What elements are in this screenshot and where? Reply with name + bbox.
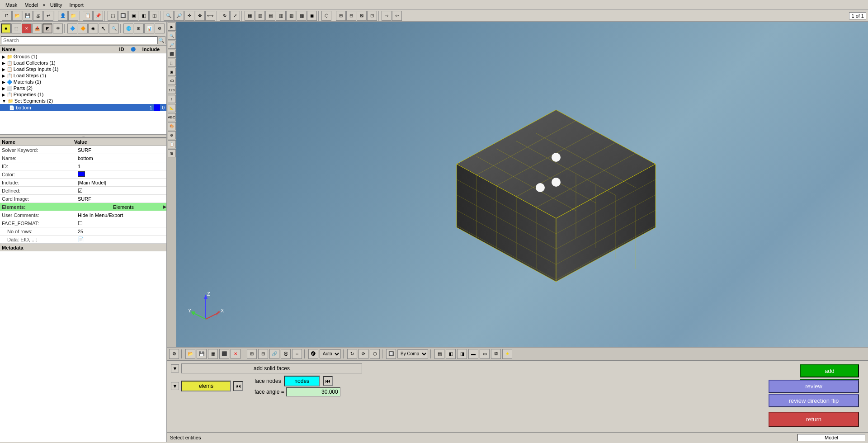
lt-btn13[interactable]: ⚙	[155, 24, 165, 33]
color-swatch[interactable]	[78, 171, 85, 177]
lt-active[interactable]: ■	[1, 24, 11, 33]
tree-item-properties[interactable]: ▶ 📋 Properties (1)	[0, 91, 166, 98]
tree-item-load-step-inputs[interactable]: ▶ 📋 Load Step Inputs (1)	[0, 66, 166, 72]
lt-btn10[interactable]: 🌐	[123, 24, 133, 33]
menu-mask[interactable]: Mask	[2, 1, 21, 9]
tb-open[interactable]: 📂	[12, 11, 22, 21]
elems-nav[interactable]: ⏮	[233, 381, 243, 391]
tb-display7[interactable]: ◼	[307, 11, 317, 21]
tb-rot1[interactable]: ↻	[220, 11, 230, 21]
menu-model[interactable]: Model	[21, 1, 42, 9]
tb-view1[interactable]: 🔍	[164, 11, 174, 21]
vt-layer2[interactable]: ◨	[457, 349, 467, 359]
tb-view2[interactable]: 🔎	[174, 11, 184, 21]
tb-display2[interactable]: ▧	[255, 11, 265, 21]
vt-connect[interactable]: 🔗	[269, 349, 279, 359]
tb-tool1[interactable]: ⬚	[108, 11, 118, 21]
tb-fit[interactable]: ⤢	[230, 11, 240, 21]
vt-arrows[interactable]: ↔	[292, 349, 302, 359]
strip-btn-15[interactable]: 🗑	[168, 149, 176, 157]
lt-btn3[interactable]: 📤	[32, 24, 42, 33]
tb-select[interactable]: 👤	[58, 11, 68, 21]
tb-print[interactable]: 🖨	[33, 11, 43, 21]
tree-item-groups[interactable]: ▶ 📁 Groups (1)	[0, 53, 166, 60]
tb-more1[interactable]: ⊞	[336, 11, 346, 21]
lt-btn2[interactable]: ✕	[22, 24, 32, 33]
tree-item-materials[interactable]: ▶ 🔷 Materials (1)	[0, 79, 166, 85]
tb-display5[interactable]: ▨	[286, 11, 296, 21]
tb-display3[interactable]: ▤	[265, 11, 275, 21]
strip-btn-1[interactable]: ▶	[168, 23, 176, 31]
strip-btn-8[interactable]: 123	[168, 86, 176, 94]
lt-btn6[interactable]: 🔷	[67, 24, 77, 33]
lt-btn1[interactable]: ⬚	[11, 24, 21, 33]
vt-rotate[interactable]: ↻	[347, 349, 357, 359]
review-button[interactable]: review	[769, 380, 859, 393]
tb-display1[interactable]: ▦	[245, 11, 255, 21]
vt-merge[interactable]: ⊞	[247, 349, 257, 359]
lt-btn12[interactable]: 📊	[144, 24, 154, 33]
vt-mesh[interactable]: ▦	[208, 349, 218, 359]
vt-grid[interactable]: ▤	[434, 349, 444, 359]
vt-display[interactable]: 🖥	[491, 349, 501, 359]
search-input[interactable]	[1, 36, 157, 44]
tb-arrow-bwd[interactable]: ⇦	[392, 11, 402, 21]
vt-comp-icon[interactable]: 🔲	[386, 349, 396, 359]
tb-arrow-fwd[interactable]: ⇨	[382, 11, 392, 21]
tb-more4[interactable]: ⊡	[367, 11, 377, 21]
review-direction-flip-button[interactable]: review direction flip	[769, 394, 859, 407]
tree-item-parts[interactable]: ▶ ⬜ Parts (2)	[0, 85, 166, 91]
tb-pan[interactable]: ✥	[195, 11, 205, 21]
vt-star[interactable]: ★	[502, 349, 512, 359]
tree-item-set-segments[interactable]: ▼ 📁 Set Segments (2)	[0, 98, 166, 104]
menu-import[interactable]: Import	[66, 1, 87, 9]
return-button[interactable]: return	[769, 412, 859, 427]
strip-btn-6[interactable]: ▣	[168, 68, 176, 76]
main-dropdown-arrow[interactable]: ▼	[171, 364, 179, 372]
lt-btn7[interactable]: 🔶	[78, 24, 88, 33]
tb-copy[interactable]: 📋	[83, 11, 93, 21]
strip-btn-13[interactable]: ⚙	[168, 131, 176, 139]
vt-solid[interactable]: ⬛	[219, 349, 229, 359]
tb-paste[interactable]: 📌	[93, 11, 103, 21]
lt-btn4[interactable]: ◩	[42, 24, 52, 33]
tb-tool2[interactable]: 🔲	[118, 11, 128, 21]
tb-save[interactable]: 💾	[23, 11, 33, 21]
tb-tool3[interactable]: ▣	[128, 11, 138, 21]
tb-new[interactable]: 🗋	[2, 11, 12, 21]
elems-dropdown-arrow[interactable]: ▼	[171, 382, 179, 390]
defined-checkbox[interactable]: ☑	[78, 188, 83, 194]
search-button[interactable]: 🔍	[157, 36, 165, 44]
tb-undo[interactable]: ↩	[43, 11, 53, 21]
elements-value[interactable]: Elements	[85, 204, 162, 210]
nodes-button[interactable]: nodes	[284, 376, 320, 386]
strip-btn-4[interactable]: ⬛	[168, 50, 176, 58]
tb-nav[interactable]: ✛	[184, 11, 194, 21]
tree-item-bottom[interactable]: 📄 bottom 1 0	[0, 104, 166, 111]
tb-more2[interactable]: ⊟	[346, 11, 356, 21]
elements-arrow[interactable]: ▶	[163, 204, 166, 210]
lt-btn9[interactable]: 🔍	[109, 24, 119, 33]
tree-item-load-collectors[interactable]: ▶ 📋 Load Collectors (1)	[0, 60, 166, 66]
face-angle-input[interactable]	[286, 387, 340, 396]
strip-btn-5[interactable]: ⬚	[168, 59, 176, 67]
menu-utility[interactable]: Utility	[47, 1, 66, 9]
vt-split[interactable]: ⊟	[258, 349, 268, 359]
strip-btn-9[interactable]: ↕	[168, 95, 176, 103]
vt-bycomp-dropdown[interactable]: By Comp	[397, 349, 428, 358]
tb-display4[interactable]: ▥	[276, 11, 286, 21]
vt-open[interactable]: 📂	[185, 349, 195, 359]
vt-auto-dropdown[interactable]: Auto	[320, 349, 341, 358]
vt-layer1[interactable]: ◧	[446, 349, 456, 359]
lt-btn5[interactable]: 👁	[53, 24, 63, 33]
tb-tool4[interactable]: ◧	[139, 11, 149, 21]
vt-auto-icon[interactable]: 🅐	[308, 349, 318, 359]
data-eid-icon[interactable]: 📄	[78, 236, 84, 242]
tb-tool5[interactable]: ◫	[149, 11, 159, 21]
strip-btn-2[interactable]: 🔍	[168, 32, 176, 40]
tb-zoom[interactable]: ⟺	[205, 11, 215, 21]
vt-settings[interactable]: ⚙	[169, 349, 179, 359]
lt-cursor[interactable]: ↖	[99, 24, 108, 33]
strip-btn-10[interactable]: 📐	[168, 104, 176, 112]
vt-disconnect[interactable]: ⛓	[281, 349, 291, 359]
